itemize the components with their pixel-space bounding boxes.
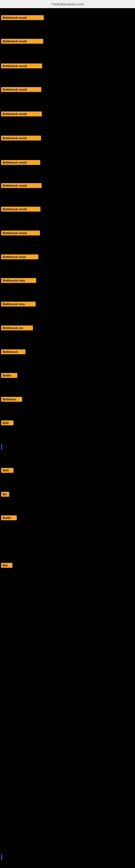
result-row: Bottleneck result: [1, 135, 41, 142]
result-row: Bottleneck resu: [1, 278, 36, 284]
site-title-bar: TheBottlenecker.com: [0, 0, 135, 8]
result-row: Bottleneck result: [1, 230, 40, 237]
result-row: Bo: [1, 492, 9, 498]
bottleneck-badge[interactable]: Bottleneck result: [1, 63, 42, 68]
bottleneck-badge[interactable]: Bottleneck result: [1, 230, 40, 236]
result-row: Bottleneck result: [1, 183, 42, 189]
result-row: Bottleneck result: [1, 63, 42, 69]
result-row: Bottleneck result: [1, 207, 41, 213]
bottleneck-badge[interactable]: Bottleneck result: [1, 207, 41, 212]
bottleneck-badge[interactable]: Bottleneck result: [1, 183, 42, 188]
result-row: Bot: [1, 563, 12, 569]
result-row: Bott: [1, 421, 13, 426]
result-row: [1, 855, 2, 860]
bottleneck-badge[interactable]: Bo: [1, 492, 9, 497]
bottleneck-badge[interactable]: Bottleneck resu: [1, 302, 36, 307]
bottleneck-badge[interactable]: Bottleneck result: [1, 135, 41, 141]
result-row: Bottleneck resul: [1, 254, 38, 260]
bottleneck-badge[interactable]: Bottleneck: [1, 349, 26, 354]
bottleneck-badge[interactable]: Bottle: [1, 373, 17, 378]
result-row: Bottleneck: [1, 349, 26, 355]
bottleneck-badge[interactable]: Bott: [1, 468, 13, 473]
bottleneck-badge[interactable]: Bottleneck resu: [1, 278, 36, 283]
bottleneck-badge[interactable]: Bottleneck result: [1, 160, 40, 165]
bottleneck-badge[interactable]: Bottleneck resul: [1, 254, 38, 259]
bottleneck-badge[interactable]: Bottle: [1, 516, 17, 520]
blue-bar-icon: [1, 444, 2, 450]
result-row: Bottlenec: [1, 397, 22, 403]
bottleneck-badge[interactable]: Bot: [1, 563, 12, 568]
result-row: Bottleneck result: [1, 87, 41, 93]
result-row: [1, 444, 2, 450]
bottleneck-badge[interactable]: Bottlenec: [1, 397, 22, 402]
bottleneck-badge[interactable]: Bottleneck result: [1, 15, 44, 20]
site-title: TheBottlenecker.com: [51, 2, 84, 6]
result-row: Bott: [1, 468, 13, 474]
result-row: Bottleneck res: [1, 326, 33, 332]
bottleneck-badge[interactable]: Bott: [1, 421, 13, 425]
bottleneck-badge[interactable]: Bottleneck res: [1, 326, 33, 330]
result-row: Bottleneck result: [1, 112, 42, 118]
result-row: Bottle: [1, 373, 17, 379]
blue-bar-icon-bottom: [1, 855, 2, 860]
bottleneck-badge[interactable]: Bottleneck result: [1, 87, 41, 92]
result-row: Bottleneck resu: [1, 302, 36, 308]
result-row: Bottleneck result: [1, 15, 44, 21]
bottleneck-badge[interactable]: Bottleneck result: [1, 112, 42, 116]
result-row: Bottleneck result: [1, 160, 40, 166]
bottleneck-badge[interactable]: Bottleneck result: [1, 39, 43, 44]
result-row: Bottleneck result: [1, 39, 43, 45]
result-row: Bottle: [1, 516, 17, 521]
